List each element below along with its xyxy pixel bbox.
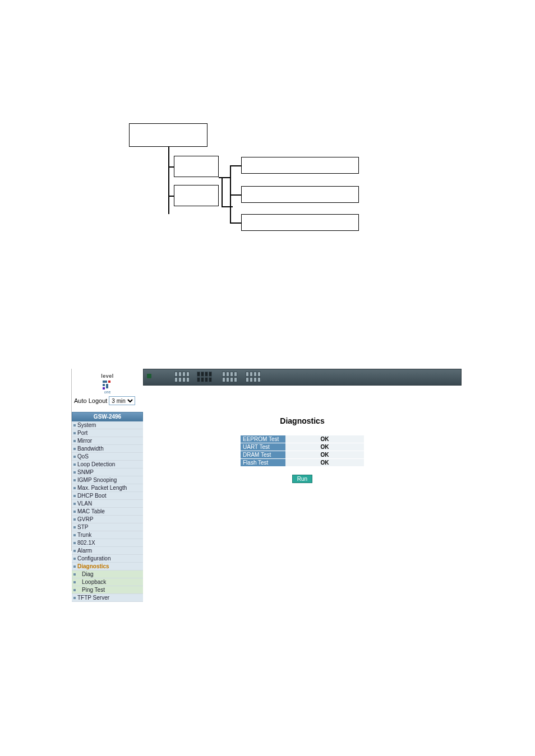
device-image bbox=[143, 369, 462, 386]
auto-logout-label: Auto Logout bbox=[74, 397, 107, 404]
nav-item-qos[interactable]: QoS bbox=[72, 453, 143, 461]
auto-logout-select[interactable]: 3 min bbox=[109, 396, 135, 405]
diagram-sub-2 bbox=[241, 186, 359, 203]
table-row: Flash TestOK bbox=[241, 459, 364, 467]
nav-item-mirror[interactable]: Mirror bbox=[72, 437, 143, 445]
nav-item-gvrp[interactable]: GVRP bbox=[72, 516, 143, 523]
diagram-sub-1 bbox=[241, 157, 359, 174]
test-label: Flash Test bbox=[241, 459, 285, 467]
test-label: EEPROM Test bbox=[241, 435, 285, 443]
diagnostics-panel: Diagnostics EEPROM TestOKUART TestOKDRAM… bbox=[143, 386, 462, 483]
nav-item-vlan[interactable]: VLAN bbox=[72, 500, 143, 508]
nav-item-tftp-server[interactable]: TFTP Server bbox=[72, 594, 143, 602]
nav-item-802-1x[interactable]: 802.1X bbox=[72, 539, 143, 547]
nav-item-bandwidth[interactable]: Bandwidth bbox=[72, 445, 143, 453]
main-pane: Diagnostics EEPROM TestOKUART TestOKDRAM… bbox=[143, 369, 462, 551]
test-label: UART Test bbox=[241, 443, 285, 451]
page-title: Diagnostics bbox=[143, 416, 462, 425]
diagram-child-1 bbox=[174, 156, 219, 177]
diagram-sub-3 bbox=[241, 214, 359, 231]
table-row: EEPROM TestOK bbox=[241, 435, 364, 443]
auto-logout: Auto Logout 3 min bbox=[72, 395, 143, 406]
nav-item-port[interactable]: Port bbox=[72, 429, 143, 437]
test-result: OK bbox=[285, 459, 364, 467]
nav-item-system[interactable]: System bbox=[72, 421, 143, 429]
logo-icon bbox=[103, 381, 113, 391]
nav-item-dhcp-boot[interactable]: DHCP Boot bbox=[72, 492, 143, 500]
nav-item-trunk[interactable]: Trunk bbox=[72, 531, 143, 539]
nav-item-configuration[interactable]: Configuration bbox=[72, 555, 143, 563]
diagram-root-box bbox=[129, 123, 207, 147]
logo: level one bbox=[72, 369, 143, 395]
test-label: DRAM Test bbox=[241, 451, 285, 459]
table-row: UART TestOK bbox=[241, 443, 364, 451]
run-button[interactable]: Run bbox=[292, 475, 312, 483]
nav-item-max-packet-length[interactable]: Max. Packet Length bbox=[72, 484, 143, 492]
nav-item-igmp-snooping[interactable]: IGMP Snooping bbox=[72, 476, 143, 484]
test-result: OK bbox=[285, 435, 364, 443]
brand-bottom: one bbox=[72, 390, 143, 394]
diagram-child-2 bbox=[174, 185, 219, 206]
diagnostics-table: EEPROM TestOKUART TestOKDRAM TestOKFlash… bbox=[241, 435, 364, 467]
nav-item-snmp[interactable]: SNMP bbox=[72, 469, 143, 476]
nav-item-diag[interactable]: Diag bbox=[72, 571, 143, 578]
nav-item-diagnostics[interactable]: Diagnostics bbox=[72, 563, 143, 571]
power-led-icon bbox=[147, 374, 151, 378]
nav-item-loop-detection[interactable]: Loop Detection bbox=[72, 461, 143, 469]
test-result: OK bbox=[285, 451, 364, 459]
nav: GSW-2496 SystemPortMirrorBandwidthQoSLoo… bbox=[72, 412, 143, 602]
brand-top: level bbox=[101, 373, 114, 379]
nav-item-loopback[interactable]: Loopback bbox=[72, 578, 143, 586]
nav-item-ping-test[interactable]: Ping Test bbox=[72, 586, 143, 594]
nav-item-mac-table[interactable]: MAC Table bbox=[72, 508, 143, 516]
nav-header: GSW-2496 bbox=[72, 412, 143, 421]
sidebar: level one Auto Logout 3 min GSW-2496 Sys… bbox=[72, 369, 143, 551]
nav-item-stp[interactable]: STP bbox=[72, 523, 143, 531]
nav-item-alarm[interactable]: Alarm bbox=[72, 547, 143, 555]
table-row: DRAM TestOK bbox=[241, 451, 364, 459]
app-frame: level one Auto Logout 3 min GSW-2496 Sys… bbox=[72, 369, 462, 551]
test-result: OK bbox=[285, 443, 364, 451]
